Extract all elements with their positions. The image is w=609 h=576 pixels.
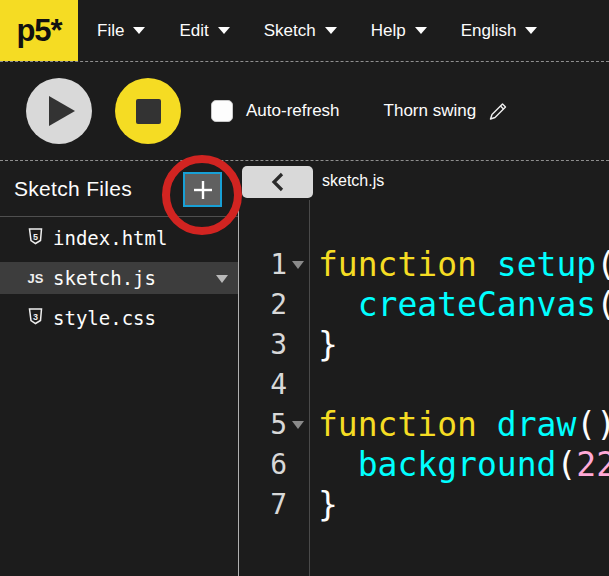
code-token: 22 bbox=[576, 445, 609, 484]
gutter-row: 2 bbox=[239, 285, 309, 325]
auto-refresh-label: Auto-refresh bbox=[246, 101, 340, 121]
css3-shield-icon: 3 bbox=[28, 307, 43, 329]
code-line-3: } bbox=[318, 325, 609, 365]
edit-project-name-button[interactable] bbox=[487, 100, 509, 122]
plus-icon bbox=[192, 179, 214, 201]
menu-help-label: Help bbox=[371, 21, 406, 41]
sketch-files-sidebar: Sketch Files 5index.htmlJSsketch.js3styl… bbox=[0, 161, 238, 576]
top-nav: p5* FileEditSketchHelpEnglish bbox=[0, 0, 609, 62]
chevron-down-icon bbox=[325, 27, 337, 34]
line-number-gutter: 1234567 bbox=[239, 200, 310, 576]
file-name: index.html bbox=[53, 227, 167, 249]
line-number: 4 bbox=[239, 365, 287, 405]
stop-icon bbox=[136, 99, 161, 124]
code-token bbox=[477, 245, 497, 284]
gutter-row: 6 bbox=[239, 445, 309, 485]
svg-text:5: 5 bbox=[33, 232, 38, 242]
menu-sketch[interactable]: Sketch bbox=[264, 21, 337, 41]
code-token: setup bbox=[497, 245, 596, 284]
line-number: 1 bbox=[239, 245, 287, 285]
code-line-6: background(22 bbox=[318, 445, 609, 485]
line-number: 2 bbox=[239, 285, 287, 325]
code-token: function bbox=[318, 405, 477, 444]
file-options-chevron-icon[interactable] bbox=[216, 275, 228, 283]
line-number: 7 bbox=[239, 485, 287, 525]
top-menu: FileEditSketchHelpEnglish bbox=[97, 0, 537, 61]
code-token: ( bbox=[596, 285, 609, 324]
code-line-7: } bbox=[318, 485, 609, 525]
code-token: () bbox=[576, 405, 609, 444]
code-token: ( bbox=[596, 245, 609, 284]
code-token: draw bbox=[497, 405, 576, 444]
code-editor[interactable]: function setup( createCanvas(}function d… bbox=[311, 200, 609, 576]
play-icon bbox=[49, 96, 75, 126]
menu-edit[interactable]: Edit bbox=[179, 21, 229, 41]
chevron-down-icon bbox=[415, 27, 427, 34]
code-token: createCanvas bbox=[358, 285, 596, 324]
gutter-row: 4 bbox=[239, 365, 309, 405]
file-item-sketch-js[interactable]: JSsketch.js bbox=[0, 262, 238, 294]
fold-arrow-icon[interactable] bbox=[287, 261, 309, 269]
code-token: } bbox=[318, 325, 338, 364]
menu-language[interactable]: English bbox=[461, 21, 538, 41]
code-token: function bbox=[318, 245, 477, 284]
menu-language-label: English bbox=[461, 21, 517, 41]
chevron-left-icon bbox=[271, 172, 285, 192]
sidebar-header: Sketch Files bbox=[0, 161, 238, 217]
menu-edit-label: Edit bbox=[179, 21, 208, 41]
auto-refresh-checkbox[interactable] bbox=[211, 100, 233, 122]
line-number: 6 bbox=[239, 445, 287, 485]
stop-button[interactable] bbox=[115, 78, 181, 144]
file-name: style.css bbox=[53, 307, 156, 329]
menu-help[interactable]: Help bbox=[371, 21, 427, 41]
gutter-row: 5 bbox=[239, 405, 309, 445]
file-item-style-css[interactable]: 3style.css bbox=[0, 302, 238, 334]
code-line-4 bbox=[318, 365, 609, 405]
line-number: 5 bbox=[239, 405, 287, 445]
pencil-icon bbox=[487, 100, 509, 122]
editor-tab-filename: sketch.js bbox=[322, 172, 384, 190]
js-icon: JS bbox=[28, 271, 44, 286]
chevron-down-icon bbox=[525, 27, 537, 34]
code-token bbox=[318, 445, 358, 484]
svg-text:3: 3 bbox=[33, 312, 38, 322]
add-file-button[interactable] bbox=[183, 172, 222, 207]
menu-sketch-label: Sketch bbox=[264, 21, 316, 41]
code-token: ( bbox=[556, 445, 576, 484]
menu-file[interactable]: File bbox=[97, 21, 145, 41]
editor-tabbar: sketch.js bbox=[239, 161, 609, 200]
gutter-row: 1 bbox=[239, 245, 309, 285]
chevron-down-icon bbox=[218, 27, 230, 34]
toolbar: Auto-refresh Thorn swing bbox=[0, 62, 609, 161]
play-button[interactable] bbox=[26, 78, 92, 144]
code-line-2: createCanvas( bbox=[318, 285, 609, 325]
p5-logo: p5* bbox=[0, 0, 78, 61]
file-item-index-html[interactable]: 5index.html bbox=[0, 222, 238, 254]
file-list: 5index.htmlJSsketch.js3style.css bbox=[0, 222, 238, 334]
file-name: sketch.js bbox=[53, 267, 156, 289]
code-line-1: function setup( bbox=[318, 245, 609, 285]
menu-file-label: File bbox=[97, 21, 124, 41]
code-editor-pane: sketch.js 1234567 function setup( create… bbox=[239, 161, 609, 576]
collapse-sidebar-button[interactable] bbox=[242, 166, 313, 198]
gutter-row: 7 bbox=[239, 485, 309, 525]
gutter-row: 3 bbox=[239, 325, 309, 365]
sidebar-title: Sketch Files bbox=[14, 177, 132, 201]
fold-arrow-icon[interactable] bbox=[287, 421, 309, 429]
code-token: } bbox=[318, 485, 338, 524]
p5-web-editor: p5* FileEditSketchHelpEnglish Auto-refre… bbox=[0, 0, 609, 576]
code-token bbox=[318, 285, 358, 324]
project-name: Thorn swing bbox=[384, 101, 477, 121]
code-line-5: function draw() bbox=[318, 405, 609, 445]
line-number: 3 bbox=[239, 325, 287, 365]
html5-shield-icon: 5 bbox=[28, 227, 43, 249]
chevron-down-icon bbox=[133, 27, 145, 34]
code-token: background bbox=[358, 445, 557, 484]
code-token bbox=[477, 405, 497, 444]
